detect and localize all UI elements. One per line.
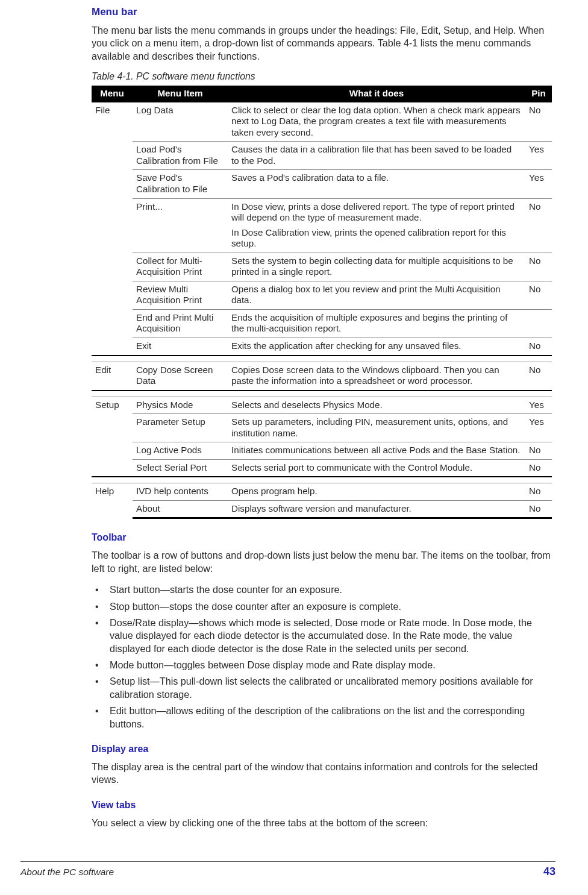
table-group-separator <box>92 477 552 483</box>
cell-pin: No <box>525 281 552 309</box>
footer-title: About the PC software <box>20 867 114 878</box>
table-row: Select Serial PortSelects serial port to… <box>92 459 552 477</box>
list-item: Dose/Rate display—shows which mode is se… <box>92 617 552 655</box>
list-item: Edit button—allows editing of the descri… <box>92 705 552 730</box>
paragraph-toolbar-intro: The toolbar is a row of buttons and drop… <box>92 549 552 575</box>
cell-pin: Yes <box>525 142 552 170</box>
cell-pin: No <box>525 500 552 518</box>
table-row: Save Pod's Calibration to FileSaves a Po… <box>92 170 552 198</box>
table-row: Collect for Multi-Acquisition PrintSets … <box>92 253 552 281</box>
cell-pin: No <box>525 253 552 281</box>
cell-menu-item: Review Multi Acquisition Print <box>133 281 228 309</box>
cell-menu: Setup <box>92 397 133 477</box>
table-row: Print...In Dose view, prints a dose deli… <box>92 198 552 253</box>
cell-description: In Dose view, prints a dose delivered re… <box>228 198 525 253</box>
cell-menu-item: Log Data <box>133 102 228 142</box>
paragraph-menu-bar-intro: The menu bar lists the menu commands in … <box>92 24 552 63</box>
cell-description: Exits the application after checking for… <box>228 338 525 355</box>
cell-description: Click to select or clear the log data op… <box>228 102 525 142</box>
table-row: Parameter SetupSets up parameters, inclu… <box>92 414 552 442</box>
cell-menu-item: Select Serial Port <box>133 459 228 477</box>
heading-view-tabs: View tabs <box>92 800 552 811</box>
cell-pin: No <box>525 362 552 391</box>
cell-pin: Yes <box>525 397 552 414</box>
heading-toolbar: Toolbar <box>92 532 552 543</box>
th-menu: Menu <box>92 86 133 102</box>
cell-description: Initiates communications between all act… <box>228 442 525 460</box>
cell-pin: No <box>525 198 552 253</box>
toolbar-bullet-list: Start button—starts the dose counter for… <box>92 583 552 730</box>
table-group-separator <box>92 356 552 362</box>
cell-description: Selects and deselects Physics Mode. <box>228 397 525 414</box>
heading-menu-bar: Menu bar <box>92 6 552 18</box>
cell-menu-item: Parameter Setup <box>133 414 228 442</box>
cell-menu-item: Physics Mode <box>133 397 228 414</box>
cell-pin: No <box>525 483 552 501</box>
cell-description: Ends the acquisition of multiple exposur… <box>228 309 525 338</box>
cell-description: Copies Dose screen data to the Windows c… <box>228 362 525 391</box>
cell-menu-item: Print... <box>133 198 228 253</box>
cell-description: Causes the data in a calibration file th… <box>228 142 525 170</box>
cell-menu: Edit <box>92 362 133 391</box>
table-row: Load Pod's Calibration from FileCauses t… <box>92 142 552 170</box>
table-group-separator <box>92 391 552 397</box>
table-row: EditCopy Dose Screen DataCopies Dose scr… <box>92 362 552 391</box>
list-item: Stop button—stops the dose counter after… <box>92 600 552 613</box>
cell-pin: No <box>525 102 552 142</box>
th-pin: Pin <box>525 86 552 102</box>
cell-pin: Yes <box>525 170 552 198</box>
cell-menu-item: Exit <box>133 338 228 355</box>
table-row: End and Print Multi AcquisitionEnds the … <box>92 309 552 338</box>
list-item: Mode button—toggles between Dose display… <box>92 659 552 671</box>
cell-menu: Help <box>92 483 133 518</box>
menu-functions-table: Menu Menu Item What it does Pin FileLog … <box>92 86 552 519</box>
list-item: Setup list—This pull-down list selects t… <box>92 675 552 701</box>
table-header-row: Menu Menu Item What it does Pin <box>92 86 552 102</box>
table-row: Log Active PodsInitiates communications … <box>92 442 552 460</box>
cell-description: Opens a dialog box to let you review and… <box>228 281 525 309</box>
cell-pin: No <box>525 459 552 477</box>
table-row: FileLog DataClick to select or clear the… <box>92 102 552 142</box>
paragraph-view-tabs: You select a view by clicking one of the… <box>92 817 552 829</box>
table-caption: Table 4-1. PC software menu functions <box>92 71 552 82</box>
table-row: SetupPhysics ModeSelects and deselects P… <box>92 397 552 414</box>
table-row: HelpIVD help contentsOpens program help.… <box>92 483 552 501</box>
cell-description: Sets up parameters, including PIN, measu… <box>228 414 525 442</box>
cell-description: Opens program help. <box>228 483 525 501</box>
cell-menu-item: Save Pod's Calibration to File <box>133 170 228 198</box>
cell-menu-item: Load Pod's Calibration from File <box>133 142 228 170</box>
table-row: ExitExits the application after checking… <box>92 338 552 355</box>
cell-pin: No <box>525 442 552 460</box>
cell-description: Displays software version and manufactur… <box>228 500 525 518</box>
th-item: Menu Item <box>133 86 228 102</box>
paragraph-display-area: The display area is the central part of … <box>92 761 552 787</box>
page: Menu bar The menu bar lists the menu com… <box>0 0 588 895</box>
cell-menu-item: IVD help contents <box>133 483 228 501</box>
footer-page-number: 43 <box>543 865 555 878</box>
cell-pin: No <box>525 338 552 355</box>
cell-description: Selects serial port to communicate with … <box>228 459 525 477</box>
cell-menu-item: About <box>133 500 228 518</box>
th-desc: What it does <box>228 86 525 102</box>
heading-display-area: Display area <box>92 744 552 755</box>
cell-menu-item: Log Active Pods <box>133 442 228 460</box>
list-item: Start button—starts the dose counter for… <box>92 583 552 596</box>
cell-menu-item: End and Print Multi Acquisition <box>133 309 228 338</box>
cell-description: Sets the system to begin collecting data… <box>228 253 525 281</box>
page-footer: About the PC software 43 <box>20 861 555 878</box>
cell-description: Saves a Pod's calibration data to a file… <box>228 170 525 198</box>
cell-pin <box>525 309 552 338</box>
cell-menu: File <box>92 102 133 356</box>
table-row: Review Multi Acquisition PrintOpens a di… <box>92 281 552 309</box>
table-row: AboutDisplays software version and manuf… <box>92 500 552 518</box>
cell-menu-item: Collect for Multi-Acquisition Print <box>133 253 228 281</box>
cell-menu-item: Copy Dose Screen Data <box>133 362 228 391</box>
cell-pin: Yes <box>525 414 552 442</box>
